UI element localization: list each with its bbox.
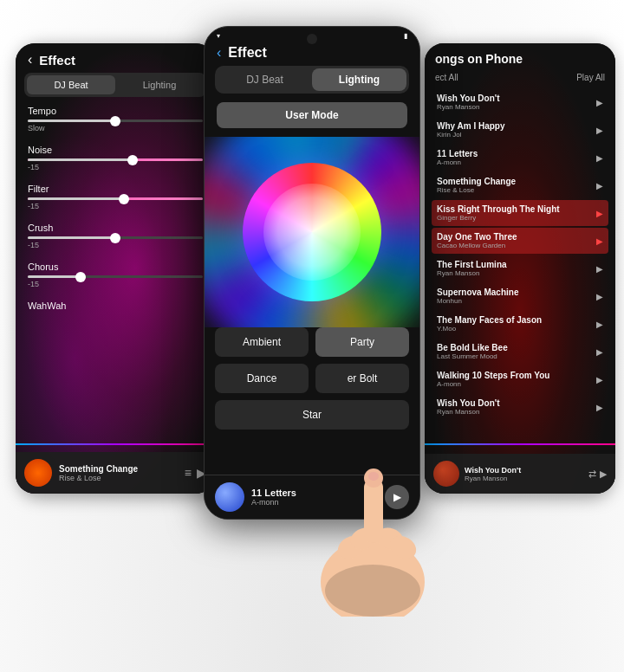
play-icon-8[interactable]: ▶: [596, 320, 603, 329]
center-tab-dj-beat[interactable]: DJ Beat: [218, 68, 312, 91]
left-chorus-slider[interactable]: [28, 275, 203, 278]
left-control-filter: Filter -15: [28, 184, 203, 210]
effect-ambient-button[interactable]: Ambient: [215, 327, 309, 357]
left-crush-label: Crush: [28, 223, 203, 233]
play-icon-2[interactable]: ▶: [596, 153, 603, 163]
left-filter-value: -15: [28, 202, 203, 210]
play-icon-3[interactable]: ▶: [596, 181, 603, 191]
center-song-info: 11 Letters A-monn: [251, 488, 385, 507]
left-divider: [16, 443, 215, 445]
center-tab-bar: DJ Beat Lighting: [215, 66, 409, 94]
color-wheel-container: [205, 137, 419, 327]
left-song-info: Something Change Rise & Lose: [59, 464, 185, 482]
left-wahwah-label: WahWah: [28, 300, 203, 311]
right-playback-controls[interactable]: ⇄ ▶: [588, 468, 607, 480]
phone-left: ‹ Effect DJ Beat Lighting Tempo Slow Noi…: [16, 43, 215, 494]
left-chorus-label: Chorus: [28, 262, 203, 272]
center-album-art: [215, 482, 244, 512]
phone-center: ▾ ▮ ‹ Effect DJ Beat Lighting User Mode …: [204, 26, 420, 520]
song-item-9[interactable]: Be Bold Like BeeLast Summer Mood ▶: [432, 339, 608, 365]
left-control-chorus: Chorus -15: [28, 262, 203, 288]
center-play-button[interactable]: ▶: [385, 485, 409, 509]
left-control-crush: Crush -15: [28, 223, 203, 249]
song-item-11[interactable]: Wish You Don'tRyan Manson ▶: [432, 394, 608, 420]
left-song-title: Something Change: [59, 464, 185, 474]
effect-party-button[interactable]: Party: [315, 327, 409, 357]
left-tab-bar: DJ Beat Lighting: [24, 73, 206, 97]
play-icon-5[interactable]: ▶: [596, 236, 603, 246]
center-tab-lighting[interactable]: Lighting: [312, 68, 406, 91]
scene: ‹ Effect DJ Beat Lighting Tempo Slow Noi…: [0, 0, 624, 672]
left-album-art: [24, 459, 52, 487]
right-select-all[interactable]: ect All: [435, 73, 458, 82]
right-play-icon[interactable]: ▶: [600, 468, 607, 480]
left-control-tempo: Tempo Slow: [28, 106, 203, 132]
play-icon-0[interactable]: ▶: [596, 98, 603, 107]
phone-right: ongs on Phone ect All Play All Wish You …: [425, 43, 615, 494]
play-icon-10[interactable]: ▶: [596, 375, 603, 384]
left-filter-label: Filter: [28, 184, 203, 194]
left-now-playing[interactable]: Something Change Rise & Lose ≡ ▶: [16, 452, 215, 494]
effect-row-3: Star: [215, 400, 409, 430]
right-play-all[interactable]: Play All: [576, 73, 605, 82]
right-song-list: Wish You Don'tRyan Manson ▶ Why Am I Hap…: [425, 89, 615, 422]
right-song-artist: Ryan Manson: [465, 475, 588, 482]
song-item-4[interactable]: Kiss Right Through The NightGinger Berry…: [432, 200, 608, 226]
play-icon-4[interactable]: ▶: [596, 209, 603, 218]
left-controls: Tempo Slow Noise -15 Filter: [16, 106, 215, 311]
svg-point-3: [374, 524, 406, 552]
song-item-1[interactable]: Why Am I HappyKirin Jol ▶: [432, 117, 608, 143]
center-back-arrow[interactable]: ‹: [217, 45, 221, 61]
left-prev-icon[interactable]: ≡: [185, 466, 192, 480]
right-header: ongs on Phone: [425, 43, 615, 71]
effect-buttons: Ambient Party Dance er Bolt Star: [205, 327, 419, 430]
effect-dance-button[interactable]: Dance: [215, 364, 309, 393]
center-notch: [307, 34, 317, 44]
right-queue-icon[interactable]: ⇄: [588, 468, 596, 480]
center-song-title: 11 Letters: [251, 488, 385, 498]
color-wheel[interactable]: [243, 163, 381, 301]
effect-row-1: Ambient Party: [215, 327, 409, 357]
play-icon-9[interactable]: ▶: [596, 347, 603, 357]
left-tempo-slider[interactable]: [28, 120, 203, 122]
svg-point-0: [321, 539, 425, 617]
left-crush-slider[interactable]: [28, 236, 203, 239]
play-icon-11[interactable]: ▶: [596, 403, 603, 412]
center-now-playing[interactable]: 11 Letters A-monn ▶: [205, 475, 419, 519]
user-mode-button[interactable]: User Mode: [217, 102, 407, 128]
right-song-info: Wish You Don't Ryan Manson: [465, 466, 588, 482]
song-item-8[interactable]: The Many Faces of JasonY.Moo ▶: [432, 311, 608, 337]
song-item-2[interactable]: 11 LettersA-monn ▶: [432, 145, 608, 171]
left-back-arrow[interactable]: ‹: [28, 52, 32, 68]
left-tempo-label: Tempo: [28, 106, 203, 116]
play-icon-6[interactable]: ▶: [596, 264, 603, 274]
svg-point-1: [334, 532, 368, 564]
center-song-artist: A-monn: [251, 498, 385, 507]
left-header: ‹ Effect: [16, 43, 215, 73]
left-filter-slider[interactable]: [28, 197, 203, 200]
right-song-title: Wish You Don't: [465, 466, 588, 475]
song-item-7[interactable]: Supernova MachineMonhun ▶: [432, 283, 608, 309]
play-icon-1[interactable]: ▶: [596, 126, 603, 135]
center-battery-icon: ▮: [404, 32, 407, 40]
left-noise-slider[interactable]: [28, 158, 203, 161]
left-tab-dj-beat[interactable]: DJ Beat: [27, 75, 115, 94]
song-item-5[interactable]: Day One Two ThreeCacao Mellow Garden ▶: [432, 228, 608, 254]
svg-point-2: [348, 524, 380, 552]
effect-star-button[interactable]: Star: [215, 400, 409, 430]
center-wifi-icon: ▾: [217, 32, 220, 40]
right-now-playing[interactable]: Wish You Don't Ryan Manson ⇄ ▶: [425, 454, 615, 494]
left-control-noise: Noise -15: [28, 145, 203, 171]
svg-point-4: [386, 532, 420, 564]
effect-erbolt-button[interactable]: er Bolt: [315, 364, 409, 393]
song-item-10[interactable]: Walking 10 Steps From YouA-monn ▶: [432, 366, 608, 392]
right-divider: [425, 443, 615, 445]
song-item-6[interactable]: The First LuminaRyan Manson ▶: [432, 255, 608, 281]
right-album-art: [433, 461, 459, 487]
play-icon-7[interactable]: ▶: [596, 292, 603, 301]
song-item-3[interactable]: Something ChangeRise & Lose ▶: [432, 172, 608, 198]
left-song-artist: Rise & Lose: [59, 474, 185, 482]
left-tab-lighting[interactable]: Lighting: [115, 75, 204, 94]
song-item-0[interactable]: Wish You Don'tRyan Manson ▶: [432, 89, 608, 115]
center-title: Effect: [228, 45, 266, 61]
